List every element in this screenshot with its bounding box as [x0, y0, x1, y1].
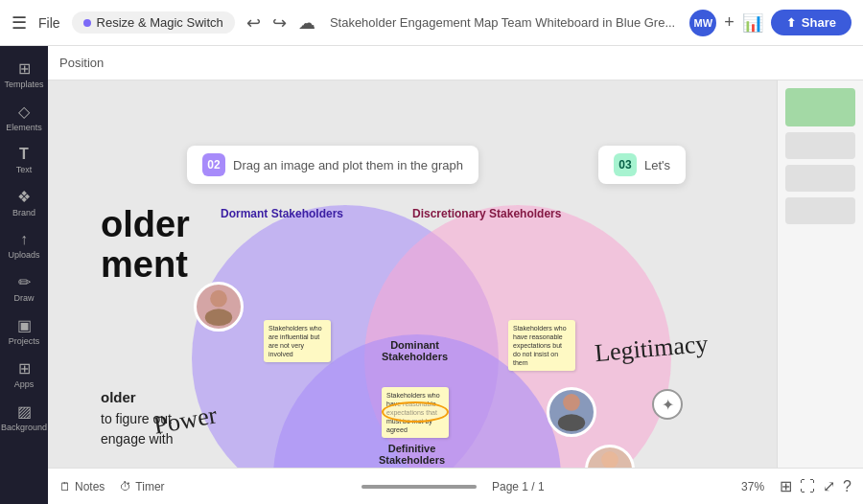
sidebar-item-label: Apps	[14, 379, 35, 389]
brand-icon: ❖	[17, 188, 31, 206]
step03-text: Let's	[644, 158, 670, 172]
svg-point-1	[205, 309, 232, 326]
sticky-note-3: Stakeholders who have reasonable expecta…	[508, 320, 575, 371]
zoom-level: 37%	[741, 480, 764, 493]
cloud-icon: ☁	[298, 12, 315, 34]
step02-text: Drag an image and plot them in the graph	[233, 158, 463, 172]
sidebar-item-templates[interactable]: ⊞ Templates	[0, 54, 48, 95]
file-menu[interactable]: File	[38, 15, 60, 31]
dominant-label: Dominant Stakeholders	[382, 339, 448, 362]
bottom-icons: ⊞ ⛶ ⤢ ?	[780, 477, 851, 495]
background-icon: ▨	[17, 402, 32, 421]
sidebar-item-label: Projects	[9, 336, 40, 346]
sidebar-item-apps[interactable]: ⊞ Apps	[0, 354, 48, 395]
main-area: ⊞ Templates ◇ Elements T Text ❖ Brand ↑ …	[0, 46, 863, 504]
svg-point-4	[601, 451, 618, 468]
fullscreen-icon[interactable]: ⤢	[823, 477, 835, 495]
swatch-1[interactable]	[785, 88, 855, 126]
resize-label: Resize & Magic Switch	[97, 15, 223, 30]
help-button[interactable]: ✦	[652, 389, 683, 420]
topbar-right: MW + 📊 ⬆ Share	[689, 10, 851, 36]
sidebar-item-label: Draw	[13, 293, 34, 303]
step02-card: 02 Drag an image and plot them in the gr…	[187, 146, 478, 184]
svg-point-0	[210, 290, 227, 308]
undo-button[interactable]: ↩	[246, 12, 261, 34]
oval-highlight	[382, 401, 449, 423]
timer-button[interactable]: ⏱ Timer	[120, 480, 164, 493]
swatch-4[interactable]	[785, 197, 855, 224]
right-panel	[777, 80, 863, 468]
menu-icon[interactable]: ☰	[12, 12, 27, 34]
notes-icon: 🗒	[59, 480, 71, 493]
step02-num: 02	[202, 153, 225, 176]
person-img-1	[197, 285, 241, 329]
canvas-wrapper: older ment older to figure outengage wit…	[48, 80, 863, 468]
sidebar-item-elements[interactable]: ◇ Elements	[0, 97, 48, 138]
sidebar: ⊞ Templates ◇ Elements T Text ❖ Brand ↑ …	[0, 46, 48, 504]
sidebar-item-label: Templates	[4, 80, 43, 89]
text-icon: T	[19, 146, 29, 163]
page-count: Page 1 / 1	[492, 480, 545, 493]
page-indicator	[362, 485, 477, 489]
venn-diagram: Dormant Stakeholders Discretionary Stake…	[96, 186, 777, 468]
grid-icon[interactable]: ⊞	[780, 477, 792, 495]
sidebar-item-brand[interactable]: ❖ Brand	[0, 182, 48, 223]
canvas-main[interactable]: older ment older to figure outengage wit…	[48, 80, 777, 468]
svg-point-2	[563, 394, 580, 411]
document-title: Stakeholder Engagement Map Team Whiteboa…	[327, 15, 679, 30]
share-button[interactable]: ⬆ Share	[771, 10, 851, 35]
step03-card: 03 Let's	[598, 146, 686, 184]
sidebar-item-draw[interactable]: ✏ Draw	[0, 267, 48, 309]
sidebar-item-label: Text	[16, 165, 33, 174]
resize-dot	[83, 19, 91, 27]
person-img-2	[549, 390, 594, 434]
swatch-3[interactable]	[785, 165, 855, 192]
topbar: ☰ File Resize & Magic Switch ↩ ↪ ☁ Stake…	[0, 0, 863, 46]
question-icon[interactable]: ?	[843, 478, 851, 495]
power-cursive: Power	[152, 401, 220, 440]
discretionary-label: Discretionary Stakeholders	[412, 207, 561, 220]
bottom-bar: 🗒 Notes ⏱ Timer Page 1 / 1 37% ⊞ ⛶ ⤢ ?	[48, 468, 863, 504]
timer-label: Timer	[135, 480, 164, 493]
share-icon: ⬆	[786, 16, 796, 30]
sidebar-item-label: Background	[1, 423, 47, 432]
templates-icon: ⊞	[18, 59, 31, 78]
resize-magic-switch-button[interactable]: Resize & Magic Switch	[72, 11, 235, 34]
sidebar-item-projects[interactable]: ▣ Projects	[0, 310, 48, 352]
sticky-note-1: Stakeholders who are influential but are…	[264, 320, 331, 362]
elements-icon: ◇	[18, 103, 30, 121]
avatar-1	[194, 282, 244, 332]
sidebar-item-label: Elements	[6, 123, 42, 132]
share-label: Share	[802, 15, 836, 30]
sidebar-item-text[interactable]: T Text	[0, 140, 48, 180]
sidebar-item-label: Uploads	[8, 250, 39, 260]
analytics-icon[interactable]: 📊	[742, 12, 763, 34]
present-icon[interactable]: ⛶	[800, 478, 815, 495]
avatar-2	[547, 387, 596, 437]
notes-label: Notes	[75, 480, 105, 493]
dormant-label: Dormant Stakeholders	[221, 207, 343, 220]
avatar[interactable]: MW	[689, 10, 716, 36]
uploads-icon: ↑	[20, 231, 28, 248]
step03-num: 03	[614, 153, 637, 176]
add-collaborator-button[interactable]: +	[724, 12, 735, 33]
canvas-area: Position older ment older to figure oute…	[48, 46, 863, 504]
projects-icon: ▣	[17, 316, 32, 334]
position-label: Position	[59, 56, 104, 70]
sidebar-item-label: Brand	[12, 208, 35, 218]
definitive-label: Definitive Stakeholders	[379, 443, 445, 466]
redo-button[interactable]: ↪	[272, 12, 287, 34]
sidebar-item-uploads[interactable]: ↑ Uploads	[0, 225, 48, 265]
draw-icon: ✏	[18, 273, 31, 291]
position-bar: Position	[48, 46, 863, 80]
swatch-2[interactable]	[785, 132, 855, 159]
page-indicator-fill	[362, 485, 477, 489]
notes-button[interactable]: 🗒 Notes	[59, 480, 105, 493]
timer-icon: ⏱	[120, 480, 131, 493]
apps-icon: ⊞	[18, 359, 31, 378]
person-img-3	[588, 447, 632, 468]
sidebar-item-background[interactable]: ▨ Background	[0, 397, 48, 438]
svg-point-3	[558, 414, 585, 431]
